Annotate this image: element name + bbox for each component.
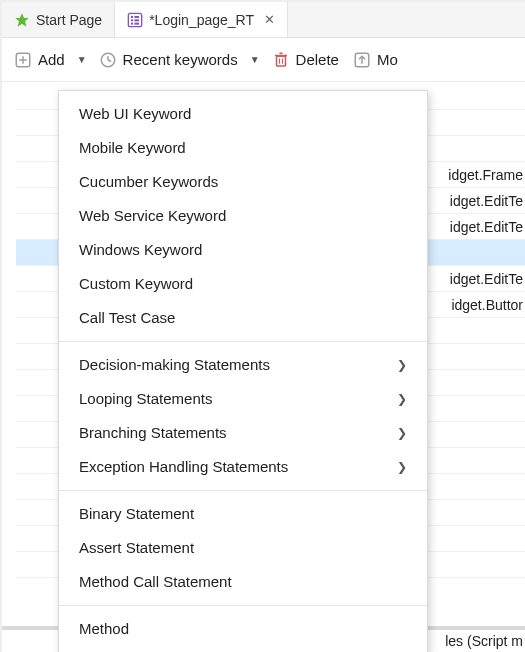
menu-item[interactable]: Web Service Keyword xyxy=(59,199,427,233)
list-icon xyxy=(127,12,143,28)
menu-separator xyxy=(59,605,427,606)
delete-label: Delete xyxy=(296,51,339,68)
svg-rect-7 xyxy=(134,22,139,24)
menu-item-label: Assert Statement xyxy=(79,539,194,557)
chevron-down-icon[interactable]: ▼ xyxy=(248,54,262,65)
close-icon[interactable]: ✕ xyxy=(260,12,275,27)
plus-icon xyxy=(14,51,32,69)
menu-item[interactable]: Method Call Statement xyxy=(59,565,427,599)
tab-label: Start Page xyxy=(36,12,102,28)
menu-item-label: Binary Statement xyxy=(79,505,194,523)
menu-item-label: Web UI Keyword xyxy=(79,105,191,123)
menu-item-label: Method xyxy=(79,620,129,638)
svg-rect-5 xyxy=(134,19,139,21)
star-icon xyxy=(14,12,30,28)
arrow-up-icon xyxy=(353,51,371,69)
menu-item[interactable]: Assert Statement xyxy=(59,531,427,565)
menu-item[interactable]: Exception Handling Statements❯ xyxy=(59,450,427,484)
chevron-down-icon[interactable]: ▼ xyxy=(75,54,89,65)
tab-bar: Start Page *Login_page_RT ✕ xyxy=(2,2,525,38)
menu-item[interactable]: Decision-making Statements❯ xyxy=(59,348,427,382)
chevron-right-icon: ❯ xyxy=(397,358,407,372)
add-button[interactable]: Add xyxy=(10,49,69,71)
menu-item-label: Web Service Keyword xyxy=(79,207,226,225)
menu-item-label: Method Call Statement xyxy=(79,573,232,591)
svg-rect-4 xyxy=(131,19,133,21)
add-dropdown-menu: Web UI KeywordMobile KeywordCucumber Key… xyxy=(58,90,428,652)
menu-item-label: Mobile Keyword xyxy=(79,139,186,157)
menu-item[interactable]: Call Test Case xyxy=(59,301,427,335)
tab-login-page[interactable]: *Login_page_RT ✕ xyxy=(115,2,288,37)
menu-item-label: Call Test Case xyxy=(79,309,175,327)
footer-text: les (Script m xyxy=(445,633,523,649)
toolbar: Add ▼ Recent keywords ▼ Delete Mo xyxy=(2,38,525,82)
svg-rect-14 xyxy=(276,56,285,66)
svg-rect-2 xyxy=(131,16,133,18)
svg-line-13 xyxy=(108,60,111,62)
tab-label: *Login_page_RT xyxy=(149,12,254,28)
menu-item[interactable]: Web UI Keyword xyxy=(59,97,427,131)
recent-keywords-button[interactable]: Recent keywords xyxy=(95,49,242,71)
menu-item[interactable]: Mobile Keyword xyxy=(59,131,427,165)
menu-item[interactable]: Method xyxy=(59,612,427,646)
menu-item[interactable]: Branching Statements❯ xyxy=(59,416,427,450)
menu-item-label: Looping Statements xyxy=(79,390,212,408)
menu-item[interactable]: Looping Statements❯ xyxy=(59,382,427,416)
menu-item-label: Branching Statements xyxy=(79,424,227,442)
menu-item[interactable]: Binary Statement xyxy=(59,497,427,531)
chevron-right-icon: ❯ xyxy=(397,392,407,406)
add-label: Add xyxy=(38,51,65,68)
menu-item-label: Decision-making Statements xyxy=(79,356,270,374)
move-label: Mo xyxy=(377,51,398,68)
menu-item[interactable]: Cucumber Keywords xyxy=(59,165,427,199)
menu-separator xyxy=(59,341,427,342)
menu-item[interactable]: Windows Keyword xyxy=(59,233,427,267)
menu-separator xyxy=(59,490,427,491)
recent-label: Recent keywords xyxy=(123,51,238,68)
move-button[interactable]: Mo xyxy=(349,49,402,71)
menu-item-label: Custom Keyword xyxy=(79,275,193,293)
tab-start-page[interactable]: Start Page xyxy=(2,2,115,37)
delete-button[interactable]: Delete xyxy=(268,49,343,71)
chevron-right-icon: ❯ xyxy=(397,426,407,440)
svg-rect-6 xyxy=(131,22,133,24)
menu-item-label: Windows Keyword xyxy=(79,241,202,259)
trash-icon xyxy=(272,51,290,69)
svg-rect-3 xyxy=(134,16,139,18)
svg-marker-0 xyxy=(15,13,28,26)
chevron-right-icon: ❯ xyxy=(397,460,407,474)
menu-item[interactable]: Custom Keyword xyxy=(59,267,427,301)
menu-item-label: Exception Handling Statements xyxy=(79,458,288,476)
menu-item-label: Cucumber Keywords xyxy=(79,173,218,191)
clock-icon xyxy=(99,51,117,69)
